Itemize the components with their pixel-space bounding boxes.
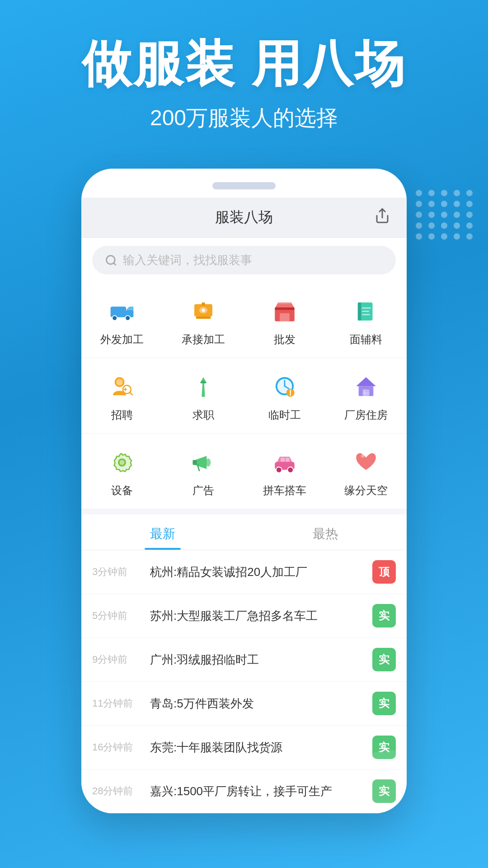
phone-outer: 服装八场 输入关键词，找找服装事 <box>81 169 407 813</box>
search-placeholder: 输入关键词，找找服装事 <box>123 252 252 268</box>
svg-point-5 <box>112 316 117 321</box>
feed-content-2: 广州:羽绒服招临时工 <box>150 652 364 668</box>
category-label-zhaopin: 招聘 <box>111 408 133 422</box>
category-label-yuanfen: 缘分天空 <box>344 483 388 498</box>
feed-time-5: 28分钟前 <box>92 784 142 798</box>
feed-content-0: 杭州:精品女装诚招20人加工厂 <box>150 564 364 580</box>
feed-content-3: 青岛:5万件西装外发 <box>150 696 364 712</box>
feed-item-2[interactable]: 9分钟前 广州:羽绒服招临时工 实 <box>81 638 407 682</box>
category-shebei[interactable]: 设备 <box>81 438 163 506</box>
share-icon[interactable] <box>374 208 390 227</box>
category-pifa[interactable]: 批发 <box>244 287 325 355</box>
search-input-wrap[interactable]: 输入关键词，找找服装事 <box>92 246 396 274</box>
category-qiuzhi[interactable]: 求职 <box>163 363 244 430</box>
car-icon <box>270 448 299 477</box>
house-icon <box>352 373 380 401</box>
svg-line-24 <box>130 392 132 395</box>
phone-notch-bar <box>212 182 276 189</box>
category-yuanfen-tiankong[interactable]: 缘分天空 <box>325 438 407 506</box>
feed-content-1: 苏州:大型服装工厂急招多名车工 <box>150 608 364 624</box>
svg-point-46 <box>287 467 293 473</box>
store-icon <box>270 297 299 326</box>
category-zhaopin[interactable]: 招聘 <box>81 363 163 430</box>
svg-rect-18 <box>362 307 371 309</box>
category-label-pifa: 批发 <box>274 332 296 347</box>
category-chengjie-jiagong[interactable]: 承接加工 <box>163 287 244 355</box>
category-label-guanggao: 广告 <box>192 483 214 498</box>
category-grid-row3: 设备 广告 <box>81 434 407 509</box>
feed-badge-2: 实 <box>372 648 396 671</box>
tie-icon <box>189 373 218 401</box>
book-icon <box>352 297 380 326</box>
megaphone-icon <box>189 448 218 477</box>
category-grid-row2: 招聘 求职 <box>81 358 407 434</box>
category-pinche-dache[interactable]: 拼车搭车 <box>244 438 325 506</box>
category-label-pinche: 拼车搭车 <box>263 483 306 498</box>
category-label-linshi: 临时工 <box>268 408 301 422</box>
svg-line-2 <box>113 263 116 265</box>
svg-point-1 <box>107 255 115 264</box>
svg-rect-3 <box>111 307 126 317</box>
svg-point-43 <box>206 458 211 467</box>
category-mian-fuliao[interactable]: 面辅料 <box>325 287 407 355</box>
svg-rect-42 <box>192 460 197 465</box>
svg-point-49 <box>361 454 364 458</box>
category-label-shebei: 设备 <box>111 483 133 498</box>
svg-rect-39 <box>363 393 370 394</box>
svg-point-6 <box>125 316 130 321</box>
svg-rect-17 <box>358 302 361 321</box>
svg-rect-48 <box>286 458 290 462</box>
sewing-icon <box>189 297 218 326</box>
svg-point-9 <box>202 309 205 312</box>
category-label-mian: 面辅料 <box>350 332 382 347</box>
category-label-waifa: 外发加工 <box>100 332 144 347</box>
svg-rect-10 <box>202 302 205 306</box>
feed-content-4: 东莞:十年服装团队找货源 <box>150 740 364 755</box>
feed-content-5: 嘉兴:1500平厂房转让，接手可生产 <box>150 783 364 799</box>
svg-marker-35 <box>356 377 376 386</box>
category-changfang-zhufang[interactable]: 厂房住房 <box>325 363 407 430</box>
svg-rect-47 <box>281 458 285 462</box>
svg-rect-19 <box>362 311 369 312</box>
category-waifa-jiagong[interactable]: 外发加工 <box>81 287 163 355</box>
tab-zuixin[interactable]: 最新 <box>81 515 244 550</box>
svg-point-22 <box>116 379 123 386</box>
feed-item-1[interactable]: 5分钟前 苏州:大型服装工厂急招多名车工 实 <box>81 594 407 638</box>
svg-rect-20 <box>362 314 370 315</box>
svg-point-45 <box>276 467 282 473</box>
svg-point-41 <box>120 460 125 465</box>
gear-icon <box>108 448 136 477</box>
hero-title: 做服装 用八场 <box>0 36 488 91</box>
tab-bar: 最新 最热 <box>81 515 407 550</box>
feed-item-3[interactable]: 11分钟前 青岛:5万件西装外发 实 <box>81 682 407 726</box>
feed-badge-0: 顶 <box>372 560 396 584</box>
phone-notch <box>81 182 407 189</box>
svg-rect-13 <box>280 313 290 321</box>
app-header: 服装八场 <box>81 198 407 238</box>
category-label-chengjie: 承接加工 <box>182 332 225 347</box>
feed-time-3: 11分钟前 <box>92 697 142 710</box>
category-guanggao[interactable]: 广告 <box>163 438 244 506</box>
svg-rect-11 <box>196 316 211 319</box>
truck-icon <box>108 297 136 326</box>
category-label-qiuzhi: 求职 <box>192 408 214 422</box>
app-title: 服装八场 <box>215 208 273 227</box>
feed-time-2: 9分钟前 <box>92 653 142 666</box>
hero-subtitle: 200万服装人的选择 <box>0 104 488 132</box>
svg-rect-15 <box>278 302 291 304</box>
row-divider <box>81 509 407 514</box>
feed-time-4: 16分钟前 <box>92 741 142 754</box>
feed-time-0: 3分钟前 <box>92 565 142 579</box>
search-icon <box>105 254 117 267</box>
feed-badge-1: 实 <box>372 604 396 627</box>
recruit-icon <box>108 373 136 401</box>
svg-rect-14 <box>275 307 295 310</box>
clock-icon <box>270 373 299 401</box>
tab-zure[interactable]: 最热 <box>244 515 407 550</box>
category-linshi-gong[interactable]: 临时工 <box>244 363 325 430</box>
hero-section: 做服装 用八场 200万服装人的选择 <box>0 0 488 160</box>
feed-time-1: 5分钟前 <box>92 609 142 623</box>
search-bar: 输入关键词，找找服装事 <box>81 238 407 283</box>
feed-item-0[interactable]: 3分钟前 杭州:精品女装诚招20人加工厂 顶 <box>81 550 407 594</box>
heart-icon <box>352 448 380 477</box>
